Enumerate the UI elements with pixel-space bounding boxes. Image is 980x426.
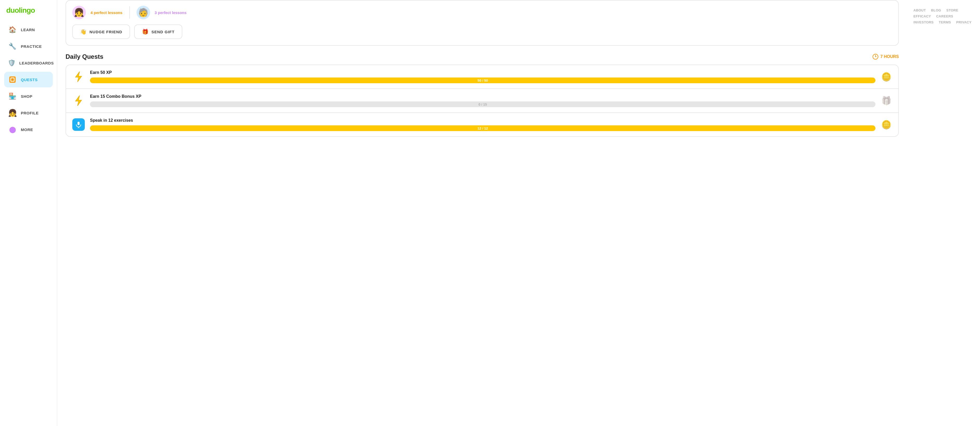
quest-bolt-icon-2 <box>72 94 85 107</box>
nudge-icon: 👋 <box>80 29 87 35</box>
quest-item-earn-xp: Earn 50 XP 50 / 50 🪙 <box>66 65 898 89</box>
quest-item-combo-xp: Earn 15 Combo Bonus XP 0 / 15 🎁 <box>66 89 898 113</box>
svg-rect-5 <box>78 122 80 125</box>
sidebar-item-practice-label: PRACTICE <box>21 44 42 49</box>
friend1-info: 4 perfect lessons <box>91 10 123 15</box>
sidebar-item-leaderboards-label: LEADERBOARDS <box>19 61 54 65</box>
profile-icon: 👧 <box>8 108 17 118</box>
quests-header: Daily Quests 7 HOURS <box>65 53 899 60</box>
footer-link-efficacy[interactable]: EFFICACY <box>913 14 931 18</box>
footer-link-investors[interactable]: INVESTORS <box>913 20 934 24</box>
sidebar-item-more[interactable]: ⬤ MORE <box>4 122 53 137</box>
footer-link-terms[interactable]: TERMS <box>939 20 951 24</box>
chest-combo-xp: 🎁 <box>881 95 892 106</box>
sidebar-item-shop-label: SHOP <box>21 94 32 99</box>
gift-icon: 🎁 <box>142 29 149 35</box>
timer-label: 7 HOURS <box>880 54 899 59</box>
more-icon: ⬤ <box>8 125 17 134</box>
sidebar-item-profile[interactable]: 👧 PROFILE <box>4 105 53 121</box>
quest-label-speak: Speak in 12 exercises <box>90 118 875 123</box>
quest-mic-icon <box>72 118 85 131</box>
progress-label-earn-xp: 50 / 50 <box>477 78 488 83</box>
friend2-avatar: 🧓 <box>137 6 150 19</box>
sidebar-item-shop[interactable]: 🏪 SHOP <box>4 88 53 104</box>
friend1-streak: 4 perfect lessons <box>91 10 123 15</box>
svg-rect-2 <box>11 78 14 81</box>
friend1-avatar: 👧 <box>72 6 86 19</box>
quests-timer: 7 HOURS <box>873 54 899 60</box>
sidebar-item-learn-label: LEARN <box>21 27 35 32</box>
sidebar-item-quests[interactable]: QUESTS <box>4 72 53 87</box>
nudge-friend-label: NUDGE FRIEND <box>89 30 122 34</box>
quest-label-earn-xp: Earn 50 XP <box>90 70 875 75</box>
sidebar-item-leaderboards[interactable]: 🛡️ LEADERBOARDS <box>4 55 53 71</box>
progress-label-speak: 12 / 12 <box>477 126 488 130</box>
main-content: 👧 4 perfect lessons 🧓 3 perfect lessons … <box>57 0 907 426</box>
sidebar: duolingo 🏠 LEARN 🔧 PRACTICE 🛡️ LEADERBOA… <box>0 0 57 426</box>
chest-speak: 🪙 <box>881 119 892 130</box>
sidebar-item-quests-label: QUESTS <box>21 78 38 82</box>
quest-label-combo-xp: Earn 15 Combo Bonus XP <box>90 94 875 99</box>
learn-icon: 🏠 <box>8 25 17 34</box>
send-gift-button[interactable]: 🎁 SEND GIFT <box>134 24 182 39</box>
practice-icon: 🔧 <box>8 41 17 51</box>
progress-bar-speak: 12 / 12 <box>90 126 875 131</box>
footer-link-blog[interactable]: BLOG <box>931 8 941 12</box>
sidebar-item-practice[interactable]: 🔧 PRACTICE <box>4 38 53 54</box>
progress-label-combo-xp: 0 / 15 <box>479 102 487 106</box>
friend2-streak: 3 perfect lessons <box>155 10 187 15</box>
quests-card: Earn 50 XP 50 / 50 🪙 Earn 15 Combo Bonus… <box>65 65 899 137</box>
sidebar-item-more-label: MORE <box>21 127 33 132</box>
sidebar-item-learn[interactable]: 🏠 LEARN <box>4 22 53 37</box>
chest-earn-xp: 🪙 <box>881 71 892 83</box>
friends-row: 👧 4 perfect lessons 🧓 3 perfect lessons <box>72 6 892 19</box>
footer-link-privacy[interactable]: PRIVACY <box>956 20 972 24</box>
quest-content-earn-xp: Earn 50 XP 50 / 50 <box>90 70 875 83</box>
sidebar-item-profile-label: PROFILE <box>21 111 39 115</box>
footer-link-about[interactable]: ABOUT <box>913 8 926 12</box>
right-panel: ABOUT BLOG STORE EFFICACY CAREERS INVEST… <box>907 0 980 426</box>
quest-bolt-icon-1 <box>72 70 85 83</box>
shop-icon: 🏪 <box>8 92 17 101</box>
friends-buttons: 👋 NUDGE FRIEND 🎁 SEND GIFT <box>72 24 892 39</box>
quest-content-speak: Speak in 12 exercises 12 / 12 <box>90 118 875 131</box>
friend-separator <box>129 6 130 19</box>
svg-marker-3 <box>75 72 82 82</box>
footer-links: ABOUT BLOG STORE EFFICACY CAREERS INVEST… <box>913 8 974 24</box>
progress-bar-combo-xp: 0 / 15 <box>90 102 875 107</box>
nudge-friend-button[interactable]: 👋 NUDGE FRIEND <box>72 24 130 39</box>
quest-content-combo-xp: Earn 15 Combo Bonus XP 0 / 15 <box>90 94 875 107</box>
clock-icon <box>873 54 878 60</box>
leaderboards-icon: 🛡️ <box>8 58 16 68</box>
friends-section: 👧 4 perfect lessons 🧓 3 perfect lessons … <box>65 0 899 46</box>
friend2-info: 3 perfect lessons <box>155 10 187 15</box>
quests-icon <box>8 75 17 84</box>
footer-link-store[interactable]: STORE <box>946 8 958 12</box>
logo: duolingo <box>4 6 53 14</box>
send-gift-label: SEND GIFT <box>151 30 175 34</box>
quest-item-speak: Speak in 12 exercises 12 / 12 🪙 <box>66 113 898 136</box>
quests-title: Daily Quests <box>65 53 103 60</box>
svg-marker-4 <box>75 95 82 106</box>
progress-bar-earn-xp: 50 / 50 <box>90 78 875 83</box>
footer-link-careers[interactable]: CAREERS <box>936 14 953 18</box>
